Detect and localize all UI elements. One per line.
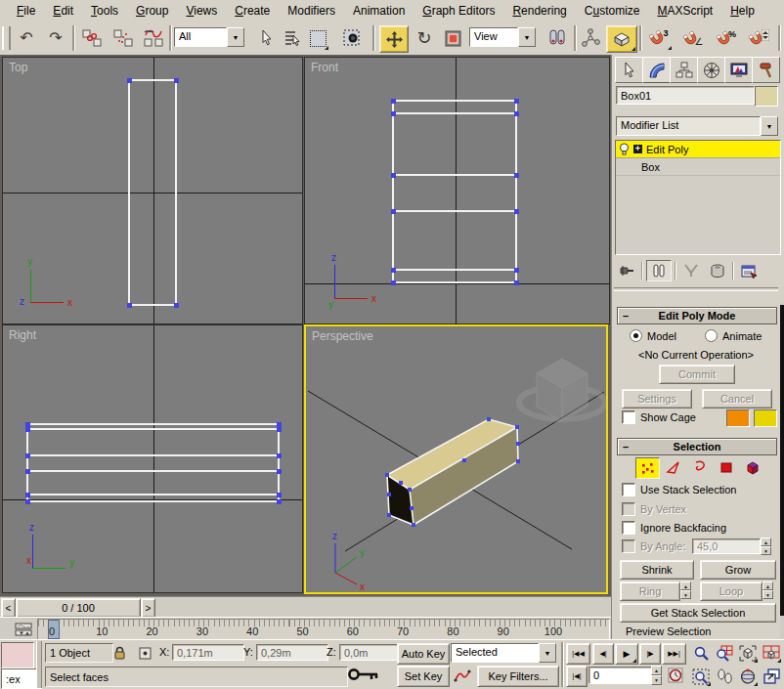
show-cage-checkbox[interactable]: Show Cage: [622, 410, 696, 424]
menu-item[interactable]: Create: [226, 1, 279, 21]
menu-item[interactable]: Group: [127, 1, 177, 21]
viewport-label[interactable]: Right: [9, 328, 36, 342]
select-by-name-icon[interactable]: [281, 25, 304, 51]
tab-motion[interactable]: [697, 57, 725, 83]
bind-to-spacewarp-icon[interactable]: [140, 25, 167, 51]
visibility-lightbulb-icon[interactable]: [619, 143, 630, 155]
menu-item[interactable]: Help: [721, 1, 763, 21]
next-frame-button[interactable]: |▶: [639, 643, 661, 665]
auto-key-button[interactable]: Auto Key: [397, 643, 450, 665]
viewport-label[interactable]: Perspective: [312, 329, 373, 343]
configure-modifier-sets-icon[interactable]: [737, 261, 761, 280]
by-angle-spinner[interactable]: ▲▼: [761, 538, 771, 555]
subobject-polygon-button[interactable]: [715, 457, 737, 477]
set-key-curve-icon[interactable]: [451, 666, 474, 685]
checkbox-icon[interactable]: [622, 410, 635, 424]
ring-button[interactable]: Ring: [620, 581, 680, 601]
menu-item[interactable]: Tools: [82, 1, 127, 21]
ring-spinner[interactable]: ▲▼: [680, 581, 691, 599]
panel-scrollbar-thumb[interactable]: [780, 305, 784, 616]
rollout-edit-poly-mode-header[interactable]: – Edit Poly Mode: [617, 307, 777, 324]
frame-spinner[interactable]: ▲▼: [651, 666, 662, 685]
keyboard-override-toggle-icon[interactable]: [606, 25, 637, 53]
zoom-extents-all-icon[interactable]: [761, 642, 782, 664]
time-slider-next-button[interactable]: >: [141, 598, 155, 618]
checkbox-icon[interactable]: [622, 539, 635, 553]
by-vertex-checkbox[interactable]: By Vertex: [622, 502, 686, 516]
pan-view-icon[interactable]: [714, 666, 735, 687]
time-configuration-icon[interactable]: [666, 666, 685, 685]
rollout-selection-header[interactable]: – Selection: [617, 438, 777, 455]
shrink-button[interactable]: Shrink: [620, 560, 694, 580]
settings-button[interactable]: Settings: [622, 389, 692, 409]
menu-item[interactable]: Customize: [576, 1, 649, 21]
unlink-selection-icon[interactable]: [109, 25, 136, 51]
select-and-link-icon[interactable]: [78, 25, 105, 51]
animate-radio[interactable]: Animate: [705, 329, 762, 342]
loop-spinner[interactable]: ▲▼: [762, 581, 773, 599]
key-filter-dropdown[interactable]: Selected ▼: [451, 643, 556, 663]
object-color-swatch[interactable]: [755, 86, 778, 107]
time-slider-handle[interactable]: 0 / 100: [16, 598, 141, 618]
use-pivot-center-icon[interactable]: [544, 25, 571, 51]
go-to-end-button[interactable]: ▶▶|: [662, 643, 686, 665]
select-and-move-icon[interactable]: [379, 25, 409, 53]
set-keys-key-icon[interactable]: [344, 662, 383, 687]
play-button[interactable]: ▶: [615, 643, 638, 665]
tab-display[interactable]: [724, 57, 753, 83]
x-coordinate-field[interactable]: 0,171m: [172, 644, 244, 661]
subobject-border-button[interactable]: [688, 457, 711, 477]
menu-item[interactable]: Edit: [44, 1, 82, 21]
go-to-start-button[interactable]: |◀◀: [566, 643, 590, 665]
loop-button[interactable]: Loop: [700, 581, 762, 601]
checkbox-icon[interactable]: [622, 502, 635, 516]
key-mode-toggle-button[interactable]: |◀|: [566, 666, 588, 687]
subobject-vertex-button[interactable]: [635, 457, 660, 479]
viewport-label[interactable]: Front: [311, 61, 338, 74]
dropdown-arrow-icon[interactable]: ▼: [518, 27, 536, 47]
zoom-extents-icon[interactable]: [737, 642, 759, 664]
radio-icon[interactable]: [705, 329, 718, 342]
grow-button[interactable]: Grow: [700, 560, 776, 580]
rectangular-selection-region-icon[interactable]: [306, 25, 329, 51]
cancel-button[interactable]: Cancel: [702, 389, 772, 409]
dropdown-arrow-icon[interactable]: ▼: [761, 116, 778, 136]
cage-color-swatch-yellow[interactable]: [754, 409, 777, 427]
reference-coordinate-dropdown[interactable]: View ▼: [469, 27, 536, 47]
y-coordinate-field[interactable]: 0,29m: [256, 644, 328, 661]
get-stack-selection-button[interactable]: Get Stack Selection: [620, 603, 776, 623]
viewport-right[interactable]: z y x Right: [2, 324, 303, 593]
selection-filter-dropdown[interactable]: All ▼: [174, 27, 244, 47]
dropdown-arrow-icon[interactable]: ▼: [539, 643, 556, 663]
cage-color-swatch-orange[interactable]: [726, 409, 750, 427]
stack-row-box[interactable]: Box: [616, 158, 780, 176]
snaps-toggle-icon[interactable]: 3: [645, 25, 673, 51]
listener-splitter[interactable]: [36, 641, 42, 688]
undo-icon[interactable]: ↶: [14, 25, 39, 51]
checkbox-icon[interactable]: [622, 483, 635, 496]
menu-item[interactable]: Modifiers: [279, 1, 344, 21]
model-radio[interactable]: Model: [630, 329, 676, 342]
checkbox-icon[interactable]: [622, 521, 635, 535]
remove-modifier-icon[interactable]: [706, 261, 729, 280]
pin-stack-icon[interactable]: [615, 261, 638, 280]
region-zoom-icon[interactable]: [690, 666, 712, 687]
object-name-field[interactable]: Box01: [616, 86, 755, 105]
commit-button[interactable]: Commit: [659, 365, 735, 384]
stack-row-edit-poly[interactable]: + Edit Poly: [616, 141, 780, 158]
use-stack-selection-checkbox[interactable]: Use Stack Selection: [622, 483, 736, 496]
window-crossing-icon[interactable]: [339, 25, 365, 51]
select-and-rotate-icon[interactable]: ↻: [412, 25, 437, 51]
make-unique-icon[interactable]: [679, 261, 703, 280]
menu-item[interactable]: Graph Editors: [414, 1, 503, 21]
tab-create[interactable]: [615, 57, 643, 83]
toolbar-grip[interactable]: [2, 26, 11, 50]
viewport-top[interactable]: y x z Top: [2, 57, 303, 324]
panel-scrollbar-track[interactable]: [780, 303, 784, 639]
by-angle-value-field[interactable]: 45,0: [692, 538, 761, 554]
spinner-snap-icon[interactable]: [743, 25, 774, 51]
track-bar-ruler[interactable]: 0102030405060708090100: [37, 619, 610, 640]
set-key-button[interactable]: Set Key: [397, 666, 450, 687]
zoom-all-icon[interactable]: [714, 642, 735, 664]
viewport-front[interactable]: z x y Front: [304, 57, 610, 324]
